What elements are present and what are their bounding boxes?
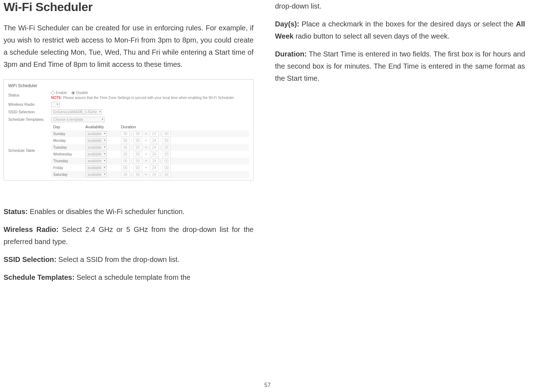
availability-dropdown[interactable]: available [85, 172, 107, 177]
start-minute-input[interactable]: 00 [134, 138, 142, 143]
radio-icon-checked [71, 91, 75, 95]
page-heading: Wi-Fi Scheduler [4, 0, 254, 14]
ss-table-header: Day Availability Duration [51, 123, 249, 130]
start-minute-input[interactable]: 00 [134, 131, 142, 137]
cell-day: Friday [53, 166, 82, 170]
start-minute-input[interactable]: 00 [134, 158, 142, 164]
start-hour-input[interactable]: 00 [121, 145, 130, 150]
days-desc-1: Place a checkmark in the boxes for the d… [299, 20, 516, 28]
th-avail: Availability [85, 125, 118, 129]
end-minute-input[interactable]: 00 [162, 145, 171, 150]
templates-paragraph: Schedule Templates: Select a schedule te… [4, 271, 254, 283]
availability-dropdown[interactable]: available [85, 158, 107, 164]
tilde-separator: ~ [144, 152, 149, 156]
colon-separator: : [160, 145, 161, 149]
end-hour-input[interactable]: 24 [150, 158, 159, 164]
colon-separator: : [131, 159, 132, 163]
end-hour-input[interactable]: 24 [150, 138, 159, 143]
ss-table-body: Sundayavailable00:00~24:00Mondayavailabl… [51, 130, 249, 178]
ss-ssid-label: SSID Selection [8, 110, 48, 114]
table-row: Saturdayavailable00:00~24:00 [51, 171, 249, 178]
colon-separator: : [131, 152, 132, 156]
templates-desc: Select a schedule template from the [75, 273, 191, 281]
template-dropdown[interactable]: Choose a template [51, 117, 105, 122]
enable-radio[interactable]: Enable [51, 91, 67, 95]
end-hour-input[interactable]: 24 [150, 131, 159, 137]
days-desc-2: radio button to select all seven days of… [294, 32, 450, 40]
tilde-separator: ~ [144, 145, 149, 149]
status-term: Status: [4, 208, 28, 215]
start-hour-input[interactable]: 00 [121, 172, 130, 177]
ss-wireless-label: Wireless Radio [8, 102, 48, 106]
end-minute-input[interactable]: 00 [162, 172, 171, 177]
end-minute-input[interactable]: 00 [162, 152, 171, 157]
start-minute-input[interactable]: 00 [134, 172, 142, 177]
disable-radio[interactable]: Disable [71, 91, 88, 95]
start-minute-input[interactable]: 00 [134, 152, 142, 157]
ssid-dropdown[interactable]: EnGenius3A9ADB_1-5GHz [51, 109, 102, 115]
table-row: Sundayavailable00:00~24:00 [51, 130, 249, 137]
end-hour-input[interactable]: 24 [150, 172, 159, 177]
tilde-separator: ~ [144, 173, 149, 177]
wireless-term: Wireless Radio: [4, 225, 59, 233]
colon-separator: : [131, 139, 132, 143]
ss-templates-label: Schedule Templates [8, 117, 48, 121]
cell-day: Tuesday [53, 145, 82, 149]
templates-term: Schedule Templates: [4, 273, 75, 281]
end-minute-input[interactable]: 00 [162, 131, 171, 137]
start-minute-input[interactable]: 00 [134, 165, 142, 170]
end-minute-input[interactable]: 00 [162, 165, 171, 170]
start-hour-input[interactable]: 00 [121, 152, 130, 157]
ss-schedule-table-label: Schedule Table [8, 123, 48, 178]
wireless-paragraph: Wireless Radio: Select 2.4 GHz or 5 GHz … [4, 223, 254, 248]
tilde-separator: ~ [144, 139, 149, 143]
availability-dropdown[interactable]: available [85, 131, 107, 137]
availability-dropdown[interactable]: available [85, 152, 107, 157]
colon-separator: : [160, 132, 161, 136]
duration-desc: The Start Time is entered in two fields.… [275, 50, 525, 82]
table-row: Tuesdayavailable00:00~24:00 [51, 144, 249, 151]
colon-separator: : [160, 166, 161, 170]
table-row: Mondayavailable00:00~24:00 [51, 137, 249, 144]
colon-separator: : [160, 152, 161, 156]
tilde-separator: ~ [144, 159, 149, 163]
page-number: 57 [264, 382, 271, 388]
cell-day: Monday [53, 139, 82, 143]
ss-note-prefix: NOTE: [51, 96, 62, 100]
ssid-term: SSID Selection: [4, 255, 56, 263]
start-hour-input[interactable]: 00 [121, 158, 130, 164]
ssid-paragraph: SSID Selection: Select a SSID from the d… [4, 253, 254, 266]
wireless-radio-dropdown[interactable] [51, 102, 60, 107]
availability-dropdown[interactable]: available [85, 138, 107, 143]
end-hour-input[interactable]: 24 [150, 145, 159, 150]
end-minute-input[interactable]: 00 [162, 158, 171, 164]
end-minute-input[interactable]: 00 [162, 138, 171, 143]
end-hour-input[interactable]: 24 [150, 152, 159, 157]
days-term: Day(s): [275, 20, 299, 28]
wifi-scheduler-screenshot: WiFi Scheduler Status Enable Disable NOT… [4, 79, 254, 180]
availability-dropdown[interactable]: available [85, 145, 107, 150]
status-desc: Enables or disables the Wi-Fi scheduler … [28, 208, 185, 215]
end-hour-input[interactable]: 24 [150, 165, 159, 170]
th-dur: Duration [121, 125, 247, 129]
colon-separator: : [131, 132, 132, 136]
colon-separator: : [131, 145, 132, 149]
ss-note-text: Please assure that the Time Zone Setting… [63, 96, 235, 100]
tilde-separator: ~ [144, 132, 149, 136]
ss-section-title: WiFi Scheduler [6, 82, 251, 90]
start-minute-input[interactable]: 00 [134, 145, 142, 150]
cell-day: Wednesday [53, 152, 82, 156]
cell-day: Sunday [53, 132, 82, 136]
ss-status-label: Status [8, 93, 48, 97]
left-column: Wi-Fi Scheduler The Wi-Fi Scheduler can … [4, 0, 254, 289]
radio-icon [51, 91, 55, 95]
ssid-desc: Select a SSID from the drop-down list. [56, 255, 180, 263]
availability-dropdown[interactable]: available [85, 165, 107, 170]
th-day: Day [53, 125, 82, 129]
start-hour-input[interactable]: 00 [121, 138, 130, 143]
tilde-separator: ~ [144, 166, 149, 170]
colon-separator: : [160, 173, 161, 177]
colon-separator: : [160, 159, 161, 163]
start-hour-input[interactable]: 00 [121, 165, 130, 170]
start-hour-input[interactable]: 00 [121, 131, 130, 137]
